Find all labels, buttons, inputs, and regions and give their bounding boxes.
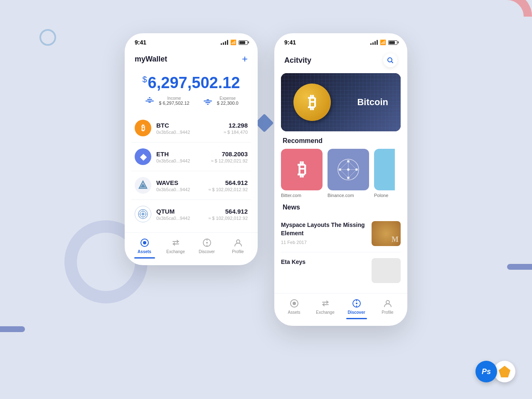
news-thumb-2 — [372, 258, 401, 283]
recommend-card-binance[interactable]: Binance.com — [328, 149, 369, 198]
discover-icon — [202, 238, 212, 248]
nav-assets-2[interactable]: Assets — [282, 298, 307, 319]
wifi-icon-2: 📶 — [380, 39, 386, 45]
eth-value: 708.2003 ≈ $ 12,092,021.92 — [211, 150, 248, 163]
svg-point-44 — [386, 300, 389, 304]
waves-icon — [135, 177, 151, 194]
status-icons-1: 📶 — [221, 39, 248, 45]
phone-activity: 9:41 📶 Acitvity — [274, 33, 407, 326]
profile-icon-2 — [383, 298, 393, 308]
nav-assets-1[interactable]: Assets — [132, 238, 157, 259]
signal-bars-2 — [370, 40, 378, 45]
expense-value: $ 22,300.0 — [217, 101, 239, 106]
qtum-info: QTUM 0x3b5ca0...9442 — [156, 208, 208, 221]
news-item-1[interactable]: Myspace Layouts The Missing Element 11 F… — [281, 215, 401, 252]
balance-display: $6,297,502.12 — [133, 74, 249, 92]
btc-info: BTC 0x3b5ca0...9442 — [156, 122, 224, 135]
qtum-address: 0x3b5ca0...9442 — [156, 216, 208, 221]
recommend-title: Recommend — [274, 131, 407, 149]
svg-rect-3 — [148, 102, 151, 103]
svg-line-23 — [392, 62, 393, 63]
bg-decoration-circle — [39, 29, 56, 46]
bg-decoration-arc — [482, 0, 532, 42]
svg-point-21 — [236, 240, 240, 243]
polone-name: Polone — [374, 193, 395, 198]
search-icon — [387, 57, 394, 64]
nav-active-indicator-1 — [134, 257, 155, 259]
svg-line-31 — [348, 170, 357, 178]
battery-fill-2 — [389, 41, 395, 44]
nav-exchange-label-1: Exchange — [166, 249, 185, 254]
qtum-name: QTUM — [156, 208, 208, 215]
coin-item-btc[interactable]: ₿ BTC 0x3b5ca0...9442 12.298 ≈ $ 184,470 — [131, 114, 251, 143]
signal-bar-2-4 — [377, 40, 378, 45]
battery-icon-1 — [239, 40, 248, 45]
signal-bar-2-1 — [370, 43, 372, 45]
phone-wallet: 9:41 📶 myWallet + $6,297,50 — [125, 33, 258, 265]
recommend-card-bitter[interactable]: ₿ Bitter.com — [281, 149, 323, 198]
recommend-card-polone[interactable]: Polone — [374, 149, 395, 198]
bg-decoration-bar-left — [0, 326, 25, 332]
sketch-diamond — [499, 366, 510, 377]
svg-rect-4 — [204, 101, 212, 101]
featured-image[interactable]: ₿ Bitcoin — [281, 73, 401, 131]
news-date-1: 11 Feb 2017 — [281, 240, 367, 245]
status-time-1: 9:41 — [135, 39, 146, 46]
eth-name: ETH — [156, 150, 211, 158]
battery-fill-1 — [239, 41, 245, 44]
waves-value: 564.912 ≈ $ 102,092,012.92 — [208, 179, 248, 192]
exchange-icon — [171, 238, 181, 248]
waves-logo-icon — [138, 180, 148, 191]
btc-amount: 12.298 — [224, 122, 248, 129]
activity-title: Acitvity — [284, 56, 311, 65]
exchange-icon-2 — [320, 298, 330, 308]
phones-container: 9:41 📶 myWallet + $6,297,50 — [125, 33, 407, 326]
signal-bars-1 — [221, 40, 228, 45]
signal-bar-1 — [221, 43, 222, 45]
expense-item: Expense $ 22,300.0 — [202, 96, 239, 106]
waves-usd: ≈ $ 102,092,012.92 — [208, 187, 248, 192]
balance-amount: 6,297,502.12 — [148, 74, 240, 91]
svg-rect-1 — [147, 99, 152, 100]
polone-thumbnail — [374, 149, 395, 190]
news-item-2[interactable]: Eta Keys — [281, 252, 401, 289]
svg-rect-2 — [149, 97, 150, 98]
nav-exchange-2[interactable]: Exchange — [313, 298, 338, 319]
nav-exchange-1[interactable]: Exchange — [163, 238, 188, 259]
bg-decoration-bar-right — [507, 264, 532, 270]
coin-item-eth[interactable]: ◆ ETH 0x3b5ca0...9442 708.2003 ≈ $ 12,09… — [131, 143, 251, 171]
qtum-usd: ≈ $ 102,092,012.92 — [208, 216, 248, 221]
nav-discover-1[interactable]: Discover — [195, 238, 219, 259]
qtum-icon — [135, 206, 151, 222]
expense-label: Expense — [217, 96, 239, 101]
coin-list: ₿ BTC 0x3b5ca0...9442 12.298 ≈ $ 184,470… — [125, 114, 258, 228]
nav-profile-2[interactable]: Profile — [375, 298, 400, 319]
nav-profile-1[interactable]: Profile — [226, 238, 251, 259]
svg-rect-0 — [145, 101, 154, 101]
svg-point-18 — [206, 242, 208, 244]
bottom-nav-2: Assets Exchange — [274, 293, 407, 326]
news-title: News — [274, 198, 407, 215]
svg-line-33 — [340, 161, 348, 170]
featured-bg: ₿ Bitcoin — [281, 73, 401, 131]
search-button[interactable] — [383, 53, 397, 67]
add-button[interactable]: + — [242, 53, 248, 65]
nav-discover-2[interactable]: Discover — [344, 298, 369, 319]
btc-value: 12.298 ≈ $ 184,470 — [224, 122, 248, 135]
svg-point-41 — [356, 303, 357, 304]
signal-bar-2 — [223, 42, 224, 45]
eth-usd: ≈ $ 12,092,021.92 — [211, 158, 248, 163]
photoshop-icon: Ps — [475, 361, 497, 382]
eth-icon: ◆ — [135, 148, 151, 165]
news-thumb-inner-1: M — [372, 221, 401, 246]
qtum-amount: 564.912 — [208, 208, 248, 215]
svg-line-32 — [340, 170, 348, 178]
eth-info: ETH 0x3b5ca0...9442 — [156, 150, 211, 163]
news-section: Myspace Layouts The Missing Element 11 F… — [274, 215, 407, 289]
coin-item-qtum[interactable]: QTUM 0x3b5ca0...9442 564.912 ≈ $ 102,092… — [131, 200, 251, 228]
coin-item-waves[interactable]: WAVES 0x3b5ca0...9442 564.912 ≈ $ 102,09… — [131, 171, 251, 200]
svg-line-30 — [348, 161, 357, 170]
income-value: $ 6,297,502.12 — [159, 101, 189, 106]
wifi-icon-1: 📶 — [230, 39, 236, 45]
nav-exchange-label-2: Exchange — [316, 310, 334, 315]
